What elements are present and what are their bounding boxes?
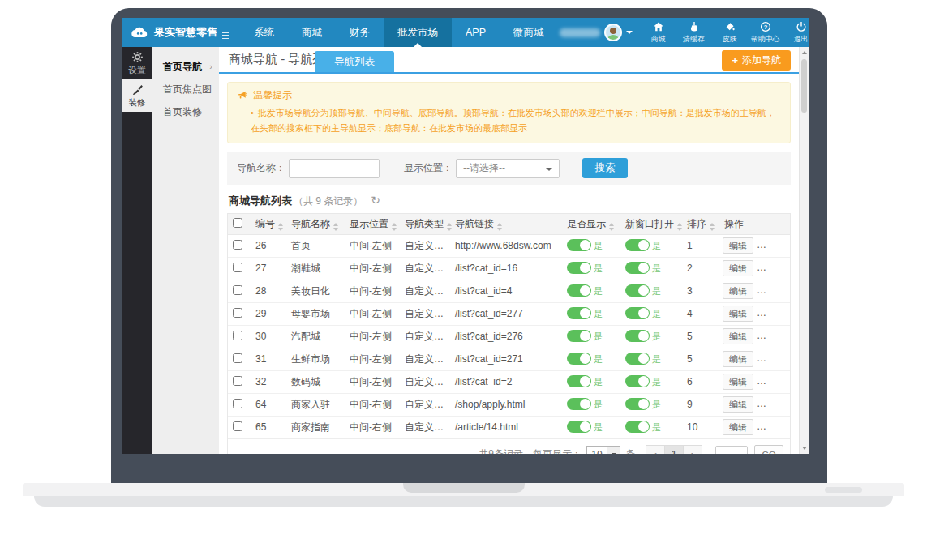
goto-page-input[interactable] [715,446,748,454]
menu-item-system[interactable]: 系统 [240,18,288,47]
column-position[interactable]: 显示位置 [345,214,400,234]
edit-button[interactable]: 编辑 [723,306,753,322]
visible-toggle[interactable] [567,330,591,342]
menu-item-mall[interactable]: 商城 [288,18,336,47]
row-checkbox[interactable] [233,331,242,340]
visible-toggle[interactable] [567,375,591,387]
edit-button[interactable]: 编辑 [723,374,753,390]
column-name[interactable]: 导航名称 [286,214,345,234]
cell-new-window: 是 [620,348,682,370]
column-new-window[interactable]: 新窗口打开 [620,214,682,234]
sort-icon[interactable] [447,223,452,231]
edit-button[interactable]: 编辑 [723,237,753,254]
row-checkbox[interactable] [233,285,242,295]
edit-button[interactable]: 编辑 [723,351,753,367]
new-window-toggle[interactable] [625,353,650,365]
menu-item-wechat-mall[interactable]: 微商城 [500,18,558,47]
brand[interactable]: 果实智慧零售 [122,18,240,47]
sort-icon[interactable] [392,223,397,231]
go-button[interactable]: GO [754,445,783,454]
gear-icon [131,51,144,63]
column-link[interactable]: 导航链接 [450,214,562,234]
scroll-up-arrow[interactable] [800,48,809,58]
column-id[interactable]: 编号 [251,214,286,234]
tool-skin[interactable]: 皮肤 [712,18,748,47]
new-window-toggle[interactable] [625,375,650,387]
sort-icon[interactable] [710,223,715,231]
sidebar-item-settings[interactable]: 设置 [122,47,152,79]
edit-button[interactable]: 编辑 [723,328,753,344]
cell-type: 自定义链接 [400,280,450,302]
sort-icon[interactable] [609,223,614,231]
sort-icon[interactable] [333,223,338,231]
tool-help-center[interactable]: ? 帮助中心 [748,18,783,47]
new-window-toggle[interactable] [625,307,650,319]
new-window-toggle[interactable] [625,262,650,274]
display-position-select[interactable]: --请选择-- [456,159,560,178]
prev-page-button[interactable]: ‹ [646,445,665,454]
tab-nav-list[interactable]: 导航列表 [315,51,394,72]
avatar[interactable] [604,24,622,41]
column-visible[interactable]: 是否显示 [562,214,620,234]
menu-item-app[interactable]: APP [452,18,500,47]
edit-button[interactable]: 编辑 [723,396,753,413]
current-page-button[interactable]: 1 [664,445,684,454]
cloud-logo-icon [130,26,149,39]
menu-item-wholesale-market[interactable]: 批发市场 [384,18,452,47]
new-window-toggle[interactable] [625,398,650,410]
sidebar-item-decorate[interactable]: 装修 [122,79,152,112]
edit-button[interactable]: 编辑 [723,419,753,435]
edit-button[interactable]: 编辑 [723,283,753,299]
visible-toggle[interactable] [567,239,591,251]
menu-item-finance[interactable]: 财务 [336,18,384,47]
search-button[interactable]: 搜索 [582,158,628,178]
scroll-down-arrow[interactable] [800,443,809,453]
page-size-caret-button[interactable] [607,446,620,454]
row-checkbox[interactable] [233,399,242,408]
cell-type: 自定义链接 [400,257,450,280]
table-row: 26 首页 中间-左侧 自定义链接 http://www.68dsw.com 是… [228,234,790,257]
new-window-toggle[interactable] [625,421,650,433]
select-all-checkbox[interactable] [233,218,242,228]
visible-toggle[interactable] [567,353,591,365]
row-checkbox[interactable] [233,353,242,363]
tool-label: 商城 [651,34,666,45]
add-nav-button[interactable]: + 添加导航 [722,50,791,71]
submenu-item-home-banner[interactable]: 首页焦点图 [152,78,219,100]
next-page-button[interactable]: › [683,445,702,454]
sort-icon[interactable] [677,223,682,231]
visible-toggle[interactable] [567,421,591,433]
cell-link: /list?cat_id=4 [450,280,562,302]
visible-toggle[interactable] [567,398,591,410]
sort-icon[interactable] [497,223,502,231]
visible-toggle[interactable] [567,307,591,319]
page-size-select[interactable]: 10 [586,446,620,454]
new-window-toggle[interactable] [625,330,650,342]
row-checkbox[interactable] [233,240,242,250]
column-type[interactable]: 导航类型 [400,214,450,234]
user-account[interactable] [558,18,634,47]
tool-mall[interactable]: 商城 [641,18,676,47]
tool-logout[interactable]: 退出 [783,18,809,47]
new-window-toggle[interactable] [625,284,650,297]
row-checkbox[interactable] [233,263,242,272]
submenu-item-label: 首页导航 [163,55,202,78]
cell-position: 中间-左侧 [345,348,400,370]
submenu-item-home-decorate[interactable]: 首页装修 [152,100,219,123]
row-checkbox[interactable] [233,308,242,318]
vertical-scrollbar[interactable] [799,47,809,454]
sort-icon[interactable] [278,223,283,231]
refresh-icon[interactable]: ↻ [371,195,380,206]
column-sort-order[interactable]: 排序 [682,214,719,234]
new-window-toggle[interactable] [625,239,650,251]
scrollbar-thumb[interactable] [801,59,807,113]
submenu-item-home-nav[interactable]: 首页导航 › [152,55,219,78]
nav-name-input[interactable] [289,159,380,178]
visible-toggle[interactable] [567,262,591,274]
edit-button[interactable]: 编辑 [723,260,753,276]
tool-clear-cache[interactable]: 清缓存 [676,18,712,47]
row-checkbox[interactable] [233,421,242,431]
visible-toggle[interactable] [567,284,591,297]
menu-toggle-icon[interactable] [222,32,229,40]
row-checkbox[interactable] [233,376,242,386]
